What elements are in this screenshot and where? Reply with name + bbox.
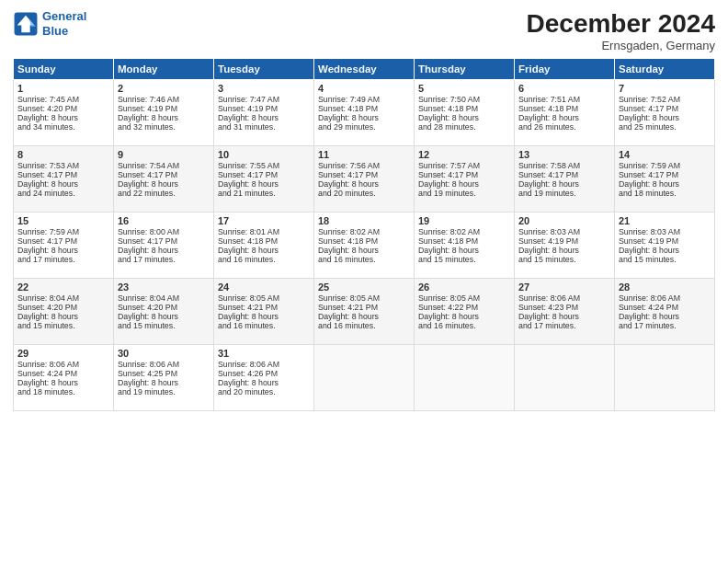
day-info: Sunrise: 7:58 AM [518,161,610,170]
day-info: Daylight: 8 hours [318,113,410,122]
day-number: 5 [418,83,510,94]
day-number: 23 [118,282,210,293]
day-number: 11 [318,149,410,160]
day-info: Sunset: 4:17 PM [218,170,310,179]
calendar-cell: 1Sunrise: 7:45 AMSunset: 4:20 PMDaylight… [14,80,114,146]
day-info: Daylight: 8 hours [17,246,109,255]
day-info: Sunrise: 8:04 AM [118,293,210,303]
day-info: Sunset: 4:24 PM [17,369,109,378]
day-info: Sunset: 4:18 PM [418,236,510,246]
day-info: Daylight: 8 hours [518,113,610,122]
day-info: and 29 minutes. [318,122,410,132]
day-number: 14 [619,149,711,160]
calendar-cell: 30Sunrise: 8:06 AMSunset: 4:25 PMDayligh… [114,345,214,411]
col-header-sunday: Sunday [14,59,114,80]
day-info: Sunset: 4:25 PM [118,369,210,378]
day-info: Daylight: 8 hours [17,312,109,321]
day-info: Daylight: 8 hours [619,113,711,122]
calendar-cell: 25Sunrise: 8:05 AMSunset: 4:21 PMDayligh… [314,279,415,345]
day-info: Sunrise: 8:04 AM [17,293,109,303]
day-info: Sunset: 4:17 PM [619,170,711,179]
calendar-cell: 19Sunrise: 8:02 AMSunset: 4:18 PMDayligh… [415,213,515,279]
day-info: and 26 minutes. [518,122,610,132]
day-info: and 32 minutes. [118,122,210,132]
day-info: Sunset: 4:26 PM [218,369,310,378]
day-info: Sunset: 4:18 PM [218,236,310,246]
day-info: Sunset: 4:24 PM [619,303,711,312]
calendar-cell: 26Sunrise: 8:05 AMSunset: 4:22 PMDayligh… [415,279,515,345]
day-info: Daylight: 8 hours [17,113,109,122]
day-info: Daylight: 8 hours [418,179,510,189]
day-info: Sunrise: 7:55 AM [218,161,310,170]
day-info: Sunset: 4:21 PM [318,303,410,312]
calendar-cell: 23Sunrise: 8:04 AMSunset: 4:20 PMDayligh… [114,279,214,345]
day-info: Daylight: 8 hours [518,312,610,321]
week-row-2: 8Sunrise: 7:53 AMSunset: 4:17 PMDaylight… [14,146,715,213]
day-info: Sunset: 4:20 PM [17,303,109,312]
day-info: Daylight: 8 hours [218,113,310,122]
calendar-cell: 9Sunrise: 7:54 AMSunset: 4:17 PMDaylight… [114,146,214,213]
day-info: and 28 minutes. [418,122,510,132]
calendar-cell: 17Sunrise: 8:01 AMSunset: 4:18 PMDayligh… [214,213,314,279]
day-info: and 17 minutes. [17,255,109,264]
day-info: Sunrise: 8:06 AM [17,360,109,369]
week-row-1: 1Sunrise: 7:45 AMSunset: 4:20 PMDaylight… [14,80,715,146]
logo-text: General Blue [42,9,86,38]
day-info: Sunrise: 8:06 AM [619,293,711,303]
day-number: 27 [518,282,610,293]
day-info: Daylight: 8 hours [118,179,210,189]
day-info: Sunrise: 8:01 AM [218,227,310,236]
day-number: 26 [418,282,510,293]
calendar-cell: 18Sunrise: 8:02 AMSunset: 4:18 PMDayligh… [314,213,415,279]
day-info: Sunset: 4:17 PM [118,170,210,179]
day-info: Daylight: 8 hours [218,312,310,321]
col-header-monday: Monday [114,59,214,80]
calendar-cell: 2Sunrise: 7:46 AMSunset: 4:19 PMDaylight… [114,80,214,146]
day-info: and 16 minutes. [418,321,510,330]
day-info: Sunset: 4:19 PM [218,104,310,113]
day-number: 30 [118,348,210,359]
calendar-cell: 12Sunrise: 7:57 AMSunset: 4:17 PMDayligh… [415,146,515,213]
day-info: Daylight: 8 hours [418,246,510,255]
day-info: and 15 minutes. [118,321,210,330]
calendar-cell: 7Sunrise: 7:52 AMSunset: 4:17 PMDaylight… [615,80,715,146]
day-number: 31 [218,348,310,359]
day-info: Daylight: 8 hours [218,246,310,255]
day-info: Sunset: 4:20 PM [118,303,210,312]
day-info: and 16 minutes. [218,255,310,264]
logo-icon [13,11,39,37]
calendar-cell [415,345,515,411]
day-number: 3 [218,83,310,94]
calendar-cell [314,345,415,411]
day-info: Sunset: 4:19 PM [518,236,610,246]
day-info: Sunset: 4:17 PM [318,170,410,179]
day-info: Sunset: 4:18 PM [418,104,510,113]
day-number: 24 [218,282,310,293]
day-info: Sunset: 4:21 PM [218,303,310,312]
day-info: Sunrise: 7:57 AM [418,161,510,170]
day-info: and 20 minutes. [218,387,310,396]
day-info: and 19 minutes. [118,387,210,396]
day-info: and 17 minutes. [518,321,610,330]
week-row-4: 22Sunrise: 8:04 AMSunset: 4:20 PMDayligh… [14,279,715,345]
calendar-cell: 10Sunrise: 7:55 AMSunset: 4:17 PMDayligh… [214,146,314,213]
day-info: and 22 minutes. [118,189,210,198]
calendar-cell: 27Sunrise: 8:06 AMSunset: 4:23 PMDayligh… [515,279,615,345]
day-info: and 15 minutes. [17,321,109,330]
day-info: Sunrise: 7:51 AM [518,95,610,104]
week-row-5: 29Sunrise: 8:06 AMSunset: 4:24 PMDayligh… [14,345,715,411]
day-info: Sunset: 4:17 PM [17,236,109,246]
day-info: Sunset: 4:23 PM [518,303,610,312]
location: Ernsgaden, Germany [527,39,715,52]
day-info: Sunrise: 7:45 AM [17,95,109,104]
day-number: 29 [17,348,109,359]
calendar-cell: 4Sunrise: 7:49 AMSunset: 4:18 PMDaylight… [314,80,415,146]
day-info: and 18 minutes. [17,387,109,396]
col-header-saturday: Saturday [615,59,715,80]
day-info: and 16 minutes. [318,255,410,264]
calendar-cell: 31Sunrise: 8:06 AMSunset: 4:26 PMDayligh… [214,345,314,411]
day-info: Sunset: 4:17 PM [619,104,711,113]
day-info: and 16 minutes. [318,321,410,330]
day-info: and 19 minutes. [518,189,610,198]
day-info: Sunrise: 8:02 AM [418,227,510,236]
